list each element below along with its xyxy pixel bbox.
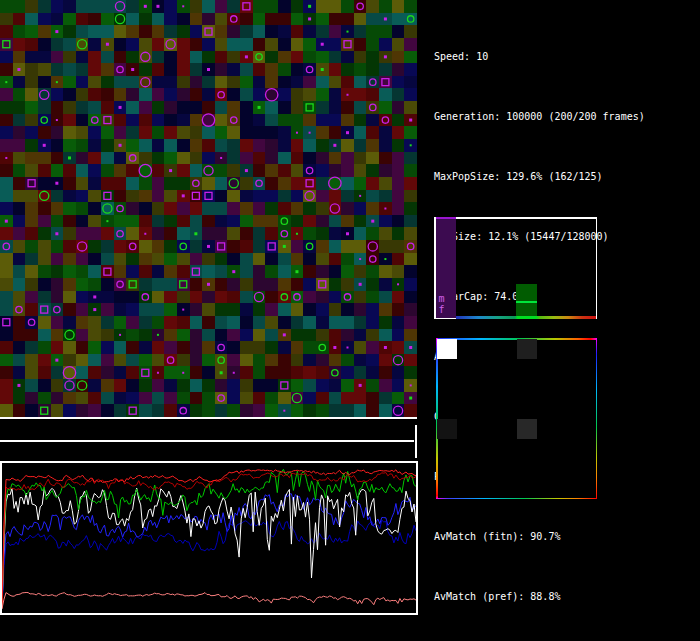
matrix-border-bottom (436, 498, 597, 500)
stat-generation: Generation: 100000 (200/200 frames) (434, 107, 645, 127)
matrix-cell-4-0 (517, 339, 537, 359)
stat-maxpopsize: MaxPopSize: 129.6% (162/125) (434, 167, 645, 187)
series-white (2, 488, 416, 608)
series-green (2, 469, 416, 608)
trait-color-axis (456, 316, 596, 319)
frame-progress-end-tick (415, 425, 417, 458)
frame-progress-bar (0, 440, 414, 442)
simulation-app: Speed: 10 Generation: 100000 (200/200 fr… (0, 0, 700, 641)
matrix-cell-0-4 (437, 419, 457, 439)
sex-histogram-panel: m f (434, 217, 597, 319)
series-red-bright (2, 470, 416, 609)
histogram-border-top (455, 217, 597, 219)
world-grid-canvas[interactable] (0, 0, 417, 417)
stats-readout: Speed: 10 Generation: 100000 (200/200 fr… (434, 7, 645, 641)
history-chart (2, 463, 416, 613)
stat-speed: Speed: 10 (434, 47, 645, 67)
trait-bin-marker (516, 301, 537, 303)
mf-bar-top-marker (436, 217, 456, 219)
trait-bin-block (516, 284, 537, 318)
histogram-border-right (596, 217, 598, 319)
mating-matrix-panel (436, 338, 597, 499)
mf-label: m f (439, 293, 456, 315)
matrix-border-right (596, 338, 598, 499)
series-salmon (2, 593, 416, 609)
matrix-cell-0-0 (437, 339, 457, 359)
matrix-cell-4-4 (517, 419, 537, 439)
series-blue-dark (2, 520, 416, 609)
stat-avmatch-fitn: AvMatch (fitn): 90.7% (434, 527, 645, 547)
stat-avmatch-pref: AvMatch (pref): 88.8% (434, 587, 645, 607)
series-red-dark (2, 473, 416, 609)
grid-underline (0, 417, 417, 419)
mf-population-bar: m f (436, 217, 456, 318)
history-chart-panel (0, 461, 418, 615)
